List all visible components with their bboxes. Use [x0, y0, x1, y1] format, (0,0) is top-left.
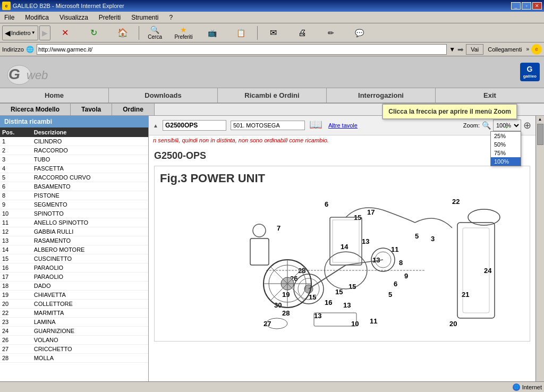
table-row[interactable]: 10 SPINOTTO: [0, 209, 148, 218]
menu-help[interactable]: ?: [167, 13, 175, 22]
table-row[interactable]: 26 VOLANO: [0, 336, 148, 345]
table-row[interactable]: 16 PARAOLIO: [0, 263, 148, 272]
menu-preferiti[interactable]: Preferiti: [97, 13, 123, 22]
table-row[interactable]: 13 RASAMENTO: [0, 236, 148, 245]
table-row[interactable]: 19 CHIAVETTA: [0, 291, 148, 300]
part-pos: 15: [0, 254, 32, 263]
scroll-up-arrow[interactable]: ▲: [153, 123, 158, 129]
back-button[interactable]: ◀ Indietro ▼: [2, 25, 38, 40]
menu-visualizza[interactable]: Visualizza: [57, 13, 90, 22]
mail-button[interactable]: ✉: [260, 24, 287, 41]
parts-table: Pos. Descrizione 1 CILINDRO 2 RACCORDO 3…: [0, 127, 148, 363]
table-row[interactable]: 5 RACCORDO CURVO: [0, 173, 148, 182]
history-button[interactable]: 📋: [227, 24, 255, 41]
part-desc: LAMINA: [32, 318, 148, 327]
svg-text:G: G: [8, 66, 20, 82]
zoom-option-25[interactable]: 25%: [491, 132, 521, 140]
table-row[interactable]: 6 BASAMENTO: [0, 182, 148, 191]
sub-tabs: Ricerca Modello Tavola Ordine Clicca la …: [0, 104, 544, 116]
part-desc: SEGMENTO: [32, 200, 148, 209]
maximize-button[interactable]: ▫: [522, 2, 531, 10]
book-icon[interactable]: 📖: [309, 118, 324, 133]
table-row[interactable]: 3 TUBO: [0, 155, 148, 164]
tab-ricambi[interactable]: Ricambi e Ordini: [218, 88, 327, 103]
svg-text:22: 22: [452, 198, 460, 206]
galileo-logo: G galileo: [520, 63, 540, 81]
zoom-option-100[interactable]: 100%: [491, 157, 521, 166]
close-button[interactable]: ✕: [532, 2, 542, 10]
tab-interrogazioni[interactable]: Interrogazioni: [327, 88, 436, 103]
product-name-input[interactable]: [231, 121, 305, 130]
part-desc: SPINOTTO: [32, 209, 148, 218]
part-pos: 4: [0, 164, 32, 173]
tab-exit[interactable]: Exit: [436, 88, 544, 103]
product-code-input[interactable]: [163, 120, 226, 131]
search-button[interactable]: 🔍 Cerca: [141, 24, 169, 41]
part-desc: CRICCHETTO: [32, 345, 148, 354]
window-controls: _ ▫ ✕: [511, 2, 542, 10]
subtab-ricerca-modello[interactable]: Ricerca Modello: [0, 104, 71, 115]
address-input[interactable]: [37, 44, 447, 55]
tab-home[interactable]: Home: [0, 88, 109, 103]
home-button[interactable]: 🏠: [109, 24, 137, 41]
collegamenti-button[interactable]: Collegamenti: [486, 45, 524, 54]
part-desc: GABBIA RULLI: [32, 227, 148, 236]
table-row[interactable]: 17 PARAOLIO: [0, 272, 148, 282]
svg-line-44: [309, 265, 346, 289]
subtab-ordine[interactable]: Ordine: [112, 104, 155, 115]
diagram-area: G2500-OPS Fig.3 POWER UNIT 6 17 15 7 14: [149, 145, 536, 384]
zoom-minus-button[interactable]: 🔍: [482, 121, 491, 130]
table-row[interactable]: 27 CRICCHETTO: [0, 345, 148, 354]
table-row[interactable]: 11 ANELLO SPINOTTO: [0, 218, 148, 227]
table-row[interactable]: 28 MOLLA: [0, 354, 148, 363]
zone-indicator: 🌐 Internet: [513, 384, 542, 391]
part-desc: PARAOLIO: [32, 263, 148, 272]
table-row[interactable]: 15 CUSCINETTO: [0, 254, 148, 263]
menu-modifica[interactable]: Modifica: [23, 13, 51, 22]
print-button[interactable]: 🖨: [288, 24, 316, 41]
edit-button[interactable]: ✏: [317, 24, 345, 41]
table-row[interactable]: 4 FASCETTA: [0, 164, 148, 173]
altre-tavole-button[interactable]: Altre tavole: [328, 122, 358, 129]
part-pos: 14: [0, 245, 32, 254]
part-desc: DADO: [32, 282, 148, 291]
table-row[interactable]: 12 GABBIA RULLI: [0, 227, 148, 236]
zoom-option-75[interactable]: 75%: [491, 149, 521, 157]
part-desc: MARMITTA: [32, 309, 148, 318]
forward-button[interactable]: ▶: [39, 25, 50, 40]
svg-text:9: 9: [404, 272, 408, 280]
go-button[interactable]: Vai: [466, 44, 483, 55]
menu-bar: File Modifica Visualizza Preferiti Strum…: [0, 12, 544, 23]
subtab-tavola[interactable]: Tavola: [71, 104, 112, 115]
favorites-button[interactable]: ★ Preferiti: [170, 24, 198, 41]
tab-downloads[interactable]: Downloads: [109, 88, 218, 103]
table-row[interactable]: 14 ALBERO MOTORE: [0, 245, 148, 254]
media-button[interactable]: 📺: [199, 24, 226, 41]
table-row[interactable]: 23 LAMINA: [0, 318, 148, 327]
minimize-button[interactable]: _: [511, 2, 521, 10]
stop-button[interactable]: ✕: [52, 24, 79, 41]
svg-text:13: 13: [343, 301, 351, 309]
table-row[interactable]: 9 SEGMENTO: [0, 200, 148, 209]
table-row[interactable]: 2 RACCORDO: [0, 146, 148, 155]
table-row[interactable]: 22 MARMITTA: [0, 309, 148, 318]
table-row[interactable]: 20 COLLETTORE: [0, 300, 148, 309]
refresh-button[interactable]: ↻: [80, 24, 108, 41]
svg-text:3: 3: [431, 235, 435, 243]
window-title: GALILEO B2B - Microsoft Internet Explore…: [13, 3, 124, 9]
vertical-scrollbar[interactable]: ▲ ▼: [536, 116, 544, 392]
scroll-up-button[interactable]: ▲: [537, 116, 543, 123]
table-row[interactable]: 18 DADO: [0, 282, 148, 291]
table-row[interactable]: 24 GUARNIZIONE: [0, 327, 148, 336]
table-row[interactable]: 1 CILINDRO: [0, 137, 148, 146]
menu-strumenti[interactable]: Strumenti: [129, 13, 160, 22]
table-row[interactable]: 8 PISTONE: [0, 191, 148, 200]
zoom-option-50[interactable]: 50%: [491, 140, 521, 149]
part-desc: CHIAVETTA: [32, 291, 148, 300]
part-pos: 9: [0, 200, 32, 209]
messenger-button[interactable]: 💬: [346, 24, 373, 41]
address-bar: Indirizzo 🌐 ▼ ➡ Vai Collegamenti » e: [0, 42, 544, 56]
zoom-plus-button[interactable]: ⊕: [523, 120, 531, 131]
menu-file[interactable]: File: [2, 13, 16, 22]
scrollbar-thumb-v[interactable]: [537, 124, 543, 145]
